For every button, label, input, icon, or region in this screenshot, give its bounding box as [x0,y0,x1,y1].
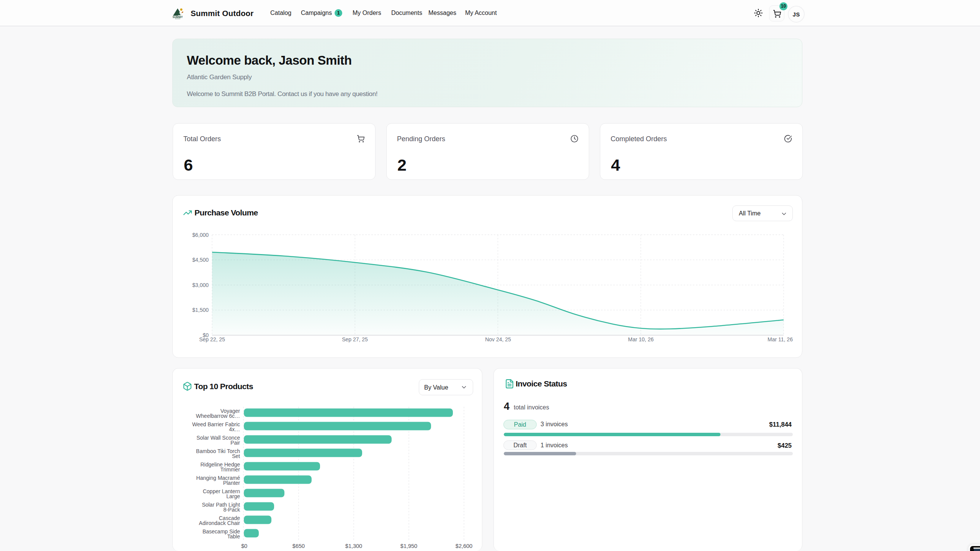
svg-text:CascadeAdirondack Chair: CascadeAdirondack Chair [199,515,240,526]
svg-text:Basecamp SideTable: Basecamp SideTable [203,528,240,540]
svg-text:Mar 11, 26: Mar 11, 26 [768,336,793,342]
svg-text:$650: $650 [292,543,305,549]
svg-text:$3,000: $3,000 [192,282,209,288]
svg-text:$1,950: $1,950 [400,543,417,549]
svg-text:Copper LanternLarge: Copper LanternLarge [203,488,240,499]
svg-text:$1,300: $1,300 [345,543,362,549]
svg-text:Bamboo Tiki TorchSet: Bamboo Tiki TorchSet [196,448,240,459]
svg-text:$2,600: $2,600 [456,543,472,549]
svg-text:Solar Wall SconcePair: Solar Wall SconcePair [196,435,240,446]
svg-text:Nov 24, 25: Nov 24, 25 [485,336,511,342]
svg-text:$4,500: $4,500 [192,257,209,263]
svg-text:Mar 10, 26: Mar 10, 26 [628,336,654,342]
svg-text:Sep 27, 25: Sep 27, 25 [342,336,368,342]
svg-text:VoyagerWheelbarrow 6c…: VoyagerWheelbarrow 6c… [196,408,240,419]
svg-text:Solar Path Light8-Pack: Solar Path Light8-Pack [202,502,240,513]
svg-text:SUMMIT: SUMMIT [173,16,183,18]
svg-text:$0: $0 [241,543,247,549]
svg-text:Ridgeline HedgeTrimmer: Ridgeline HedgeTrimmer [200,461,240,473]
svg-text:Weed Barrier Fabric4x…: Weed Barrier Fabric4x… [192,421,240,432]
svg-text:Hanging MacraméPlanter: Hanging MacraméPlanter [196,475,240,486]
svg-text:Sep 22, 25: Sep 22, 25 [199,336,225,342]
svg-text:$1,500: $1,500 [192,307,209,313]
svg-text:$6,000: $6,000 [192,232,209,238]
